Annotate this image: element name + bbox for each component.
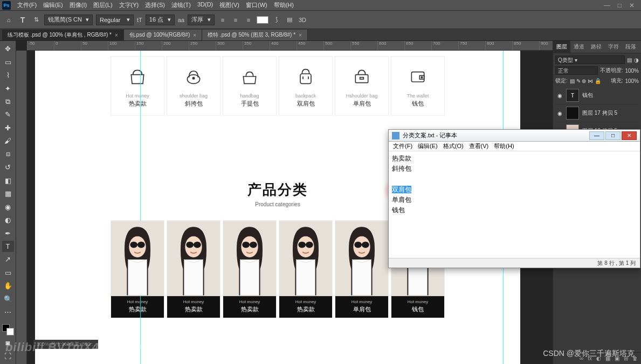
product-image [111, 221, 164, 296]
wand-tool[interactable]: ✦ [2, 82, 14, 94]
pen-tool[interactable]: ✒ [2, 227, 14, 239]
lock-icons[interactable]: ▤ ✎ ⊕ ⋈ 🔒 [570, 78, 601, 84]
svg-rect-27 [240, 260, 259, 296]
text-color-swatch[interactable] [257, 16, 268, 24]
menu-v[interactable]: 视图(V) [216, 0, 243, 10]
menu-e[interactable]: 编辑(E) [40, 0, 66, 10]
font-size-select[interactable]: 16 点▾ [146, 15, 175, 25]
gradient-tool[interactable]: ▦ [2, 188, 14, 199]
dodge-tool[interactable]: ◐ [2, 214, 14, 226]
shape-tool[interactable]: ▭ [2, 267, 14, 278]
heal-tool[interactable]: ✚ [2, 122, 14, 134]
visibility-icon[interactable]: ◉ [556, 93, 563, 99]
options-bar: ⌂ T ⇅ 锐黑简(S CN▾ Regular▾ tT 16 点▾ aa 浑厚▾… [0, 11, 641, 29]
brush-tool[interactable]: 🖌 [2, 135, 14, 146]
fill-value[interactable]: 100% [625, 78, 639, 84]
svg-point-31 [306, 242, 313, 248]
menu-t[interactable]: 滤镜(T) [168, 0, 194, 10]
warp-text-icon[interactable]: ⟆ [272, 15, 281, 25]
move-tool[interactable]: ✥ [2, 43, 14, 54]
layer-filter-select[interactable]: Q类型 ▾ [555, 55, 625, 64]
notepad-menu-item[interactable]: 格式(O) [441, 142, 466, 150]
menu-l[interactable]: 图层(L) [90, 0, 115, 10]
document-tab[interactable]: 模特 .psd @ 50% (图层 3, RGB/8#) *× [202, 30, 308, 40]
tab-close-icon[interactable]: × [299, 32, 302, 38]
document-tab[interactable]: 练习模板 .psd @ 100% (单肩包 , RGB/8#) *× [2, 30, 124, 40]
menu-f[interactable]: 文件(F) [14, 0, 40, 10]
svg-point-9 [421, 76, 423, 78]
maximize-button[interactable]: □ [618, 2, 622, 9]
document-tab[interactable]: 包.psd @ 100%(RGB/8#)× [124, 30, 202, 40]
3d-button[interactable]: 3D [298, 15, 307, 25]
path-tool[interactable]: ↗ [2, 254, 14, 265]
opacity-value[interactable]: 100% [625, 68, 639, 74]
notepad-window[interactable]: 分类文案.txt - 记事本 — □ ✕ 文件(F)编辑(E)格式(O)查看(V… [388, 129, 640, 268]
marquee-tool[interactable]: ▭ [2, 56, 14, 67]
character-panel-icon[interactable]: ▤ [285, 15, 294, 25]
eraser-tool[interactable]: ◧ [2, 175, 14, 186]
font-style-select[interactable]: Regular▾ [96, 15, 134, 25]
notepad-menu-item[interactable]: 编辑(E) [416, 142, 440, 150]
filter-toggle-icon[interactable]: ◑ [634, 57, 639, 63]
tab-close-icon[interactable]: × [115, 32, 118, 38]
notepad-close-button[interactable]: ✕ [622, 131, 637, 140]
notepad-maximize-button[interactable]: □ [605, 131, 621, 140]
tab-close-icon[interactable]: × [193, 32, 196, 38]
notepad-menu-item[interactable]: 文件(F) [391, 142, 415, 150]
crop-tool[interactable]: ⧉ [2, 96, 14, 107]
color-swatches[interactable] [2, 324, 14, 335]
guide-left[interactable] [140, 51, 141, 364]
menu-w[interactable]: 窗口(W) [243, 0, 271, 10]
layer-row[interactable]: ◉T钱包 [555, 87, 639, 104]
notepad-content[interactable]: 热卖款斜挎包 双肩包单肩包钱包 [389, 151, 640, 218]
antialias-select[interactable]: 浑厚▾ [188, 15, 215, 25]
align-center-icon[interactable]: ≡ [231, 15, 240, 25]
app-logo: Ps [2, 1, 11, 10]
align-left-icon[interactable]: ≡ [218, 15, 228, 25]
product-card: Hot money热卖款 [279, 220, 333, 318]
align-right-icon[interactable]: ≡ [244, 15, 253, 25]
close-button[interactable]: ✕ [629, 2, 635, 9]
history-brush-tool[interactable]: ↺ [2, 162, 14, 173]
stamp-tool[interactable]: ⧈ [2, 149, 14, 160]
layer-name: 钱包 [582, 92, 593, 99]
svg-rect-15 [128, 260, 147, 296]
visibility-icon[interactable]: ◉ [556, 110, 563, 116]
blur-tool[interactable]: ◉ [2, 201, 14, 212]
menu-h[interactable]: 帮助(H) [271, 0, 297, 10]
svg-point-37 [362, 242, 369, 248]
svg-point-36 [354, 242, 362, 248]
panel-tab[interactable]: 通道 [570, 41, 588, 53]
zoom-tool[interactable]: 🔍 [2, 293, 14, 305]
edit-toolbar[interactable]: ⋯ [2, 306, 14, 318]
type-tool[interactable]: T [2, 241, 14, 252]
hand-tool[interactable]: ✋ [2, 280, 14, 291]
minimize-button[interactable]: — [604, 2, 610, 9]
panel-tab[interactable]: 段落 [622, 41, 639, 53]
filter-type-icon[interactable]: ▤ [627, 57, 632, 63]
menu-s[interactable]: 选择(S) [142, 0, 168, 10]
ruler-horizontal: -500501001502002503003504004505005506006… [27, 41, 553, 51]
category-cn: 热卖款 [113, 100, 162, 108]
panel-tab[interactable]: 字符 [605, 41, 622, 53]
menu-dd[interactable]: 3D(D) [194, 0, 216, 10]
home-icon[interactable]: ⌂ [3, 15, 14, 25]
notepad-menu-item[interactable]: 查看(V) [467, 142, 491, 150]
toggle-orientation-icon[interactable]: ⇅ [31, 15, 41, 25]
panel-tab[interactable]: 图层 [553, 41, 570, 53]
panel-tab[interactable]: 路径 [588, 41, 605, 53]
svg-point-24 [242, 242, 250, 248]
menu-y[interactable]: 文字(Y) [116, 0, 142, 10]
svg-rect-6 [360, 78, 364, 79]
notepad-titlebar[interactable]: 分类文案.txt - 记事本 — □ ✕ [389, 130, 640, 142]
category-card: Hshoulder bag单肩包 [335, 56, 389, 116]
font-family-select[interactable]: 锐黑简(S CN▾ [44, 15, 93, 25]
notepad-minimize-button[interactable]: — [589, 131, 604, 140]
layer-row[interactable]: ◉图层 17 拷贝 5 [555, 104, 639, 122]
lasso-tool[interactable]: ⌇ [2, 69, 14, 81]
blend-mode-select[interactable]: 正常 [555, 66, 598, 75]
menu-i[interactable]: 图像(I) [66, 0, 90, 10]
notepad-menu-item[interactable]: 帮助(H) [492, 142, 516, 150]
eyedropper-tool[interactable]: ✎ [2, 109, 14, 120]
category-cn: 斜挎包 [169, 100, 218, 108]
